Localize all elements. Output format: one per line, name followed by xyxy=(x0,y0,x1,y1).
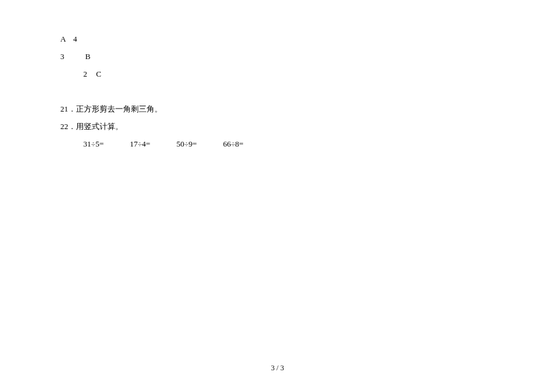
question-22: 22．用竖式计算。 xyxy=(60,121,495,133)
equation-4: 66÷8= xyxy=(223,138,244,151)
answer-value-4: 4 xyxy=(73,34,77,43)
answer-letter-c: C xyxy=(96,69,101,78)
answer-letter-a: A xyxy=(60,33,71,46)
equation-3: 50÷9= xyxy=(176,138,197,151)
answer-letter-b: B xyxy=(85,52,90,61)
answer-row-b: 3 B xyxy=(60,51,495,63)
question-21-text: 正方形剪去一角剩三角。 xyxy=(76,104,162,113)
answer-value-3: 3 xyxy=(60,51,83,63)
page-number: 3 / 3 xyxy=(0,362,555,374)
question-22-text: 用竖式计算。 xyxy=(76,122,123,131)
equation-1: 31÷5= xyxy=(83,138,104,151)
question-21-number: 21． xyxy=(60,104,76,113)
answer-row-a: A 4 xyxy=(60,33,495,46)
question-21: 21．正方形剪去一角剩三角。 xyxy=(60,103,495,116)
answer-row-c: 2 C xyxy=(83,68,495,81)
equation-2: 17÷4= xyxy=(130,138,150,151)
equation-row: 31÷5= 17÷4= 50÷9= 66÷8= xyxy=(83,138,495,151)
question-22-number: 22． xyxy=(60,122,76,131)
answer-value-2: 2 xyxy=(83,68,94,81)
